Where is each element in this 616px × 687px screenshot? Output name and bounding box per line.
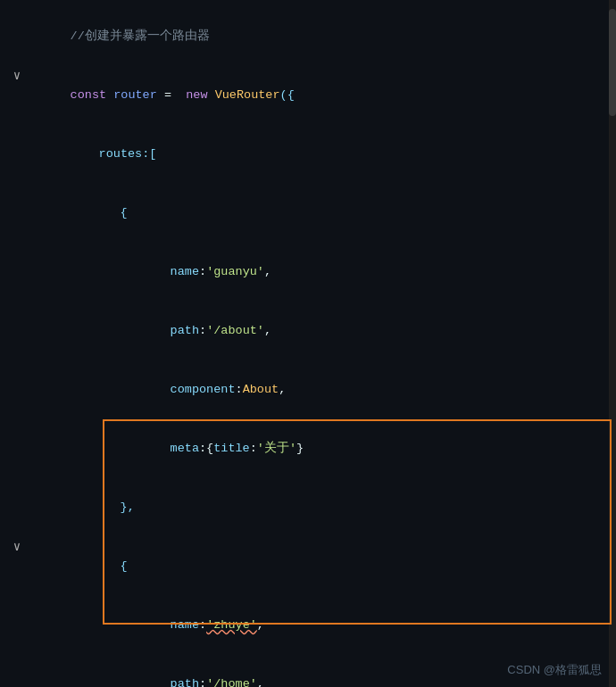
code-line: meta:{title:'关于'} — [0, 419, 616, 478]
code-text: path:'/about', — [27, 302, 609, 360]
code-line: routes:[ — [0, 125, 616, 184]
code-text: { — [27, 184, 609, 243]
code-text: const router = new VueRouter({ — [27, 66, 609, 125]
code-text: //创建并暴露一个路由器 — [27, 7, 609, 66]
code-container: //创建并暴露一个路由器 const router = new VueRoute… — [0, 0, 616, 687]
code-text: name:'zhuye', — [27, 596, 609, 655]
code-line: //创建并暴露一个路由器 — [0, 7, 616, 66]
code-text: routes:[ — [27, 125, 609, 184]
code-line: name:'guanyu', — [0, 243, 616, 302]
code-line: const router = new VueRouter({ — [0, 66, 616, 125]
code-line: }, — [0, 478, 616, 537]
scrollbar-thumb[interactable] — [609, 9, 616, 116]
gutter-arrow[interactable] — [7, 537, 27, 557]
code-line: path:'/about', — [0, 302, 616, 360]
scrollbar[interactable] — [609, 0, 616, 687]
code-line: { — [0, 537, 616, 596]
code-text: component:About, — [27, 360, 609, 419]
code-text: name:'guanyu', — [27, 243, 609, 302]
code-line: name:'zhuye', — [0, 596, 616, 655]
code-text: { — [27, 537, 609, 596]
code-line: { — [0, 184, 616, 243]
code-text: meta:{title:'关于'} — [27, 419, 609, 478]
watermark: CSDN @格雷狐思 — [507, 662, 602, 678]
code-line: component:About, — [0, 360, 616, 419]
gutter-arrow[interactable] — [7, 66, 27, 86]
code-text: }, — [27, 478, 609, 537]
